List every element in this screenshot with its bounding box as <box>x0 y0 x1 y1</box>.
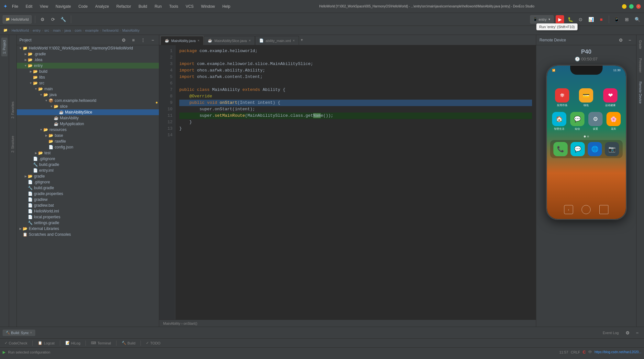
stop-button[interactable]: ■ <box>597 15 605 24</box>
tree-java-folder[interactable]: ▼ 📂 java <box>17 92 159 98</box>
tree-gradlewbat[interactable]: 📄 gradlew.bat <box>17 202 159 208</box>
tree-root[interactable]: ▼ 📁 HelloWorld Y:\002_WorkSpace\005_Harm… <box>17 45 159 51</box>
debug-button[interactable]: 🐛 <box>566 15 574 24</box>
event-log-tab[interactable]: Event Log <box>599 330 622 336</box>
tab-close-xml[interactable]: × <box>293 39 295 42</box>
remote-settings-btn[interactable]: ⚙ <box>617 37 624 43</box>
code-content[interactable]: package com.example.helloworld; import c… <box>175 45 536 320</box>
breadcrumb-com[interactable]: com <box>75 28 82 32</box>
menu-help[interactable]: Help <box>221 4 232 9</box>
tree-gradle2-folder[interactable]: ▶ 📂 gradle <box>17 173 159 179</box>
tree-settingsgradle[interactable]: 🔧 settings.gradle <box>17 220 159 226</box>
tree-gradleprops[interactable]: 📄 gradle.properties <box>17 191 159 197</box>
tree-rawfile-folder[interactable]: 📂 rawfile <box>17 138 159 144</box>
build-tab-codecheck[interactable]: ✓ CodeCheck <box>3 340 29 346</box>
phone-home-btn[interactable] <box>582 205 591 214</box>
breadcrumb-helloworld[interactable]: HelloWorld <box>12 28 29 32</box>
tab-remote-device[interactable]: Remote Device <box>637 79 643 106</box>
breadcrumb-src[interactable]: src <box>44 28 49 32</box>
tree-gitignore1-file[interactable]: 📄 .gitignore <box>17 156 159 162</box>
more-tabs-btn[interactable]: ▼ <box>300 38 304 42</box>
breadcrumb-mainability[interactable]: MainAbility <box>122 28 139 32</box>
breadcrumb-item-0[interactable]: 📁 <box>3 28 8 32</box>
tree-src-folder[interactable]: ▼ 📂 src <box>17 80 159 86</box>
menu-run[interactable]: Run <box>153 4 163 9</box>
tools-icon-btn[interactable]: 🔧 <box>59 15 68 24</box>
build-tab-terminal[interactable]: ⌨ Terminal <box>89 340 113 346</box>
search-btn[interactable]: 🔍 <box>633 15 641 24</box>
profile-button[interactable]: 📊 <box>587 15 595 24</box>
phone-back-btn[interactable]: ‹ <box>564 205 573 214</box>
project-actions-btn[interactable]: ⋮ <box>139 37 147 44</box>
menu-file[interactable]: File <box>11 4 19 9</box>
remote-minimize-btn[interactable]: − <box>627 37 633 43</box>
project-sort-btn[interactable]: ≡ <box>130 37 137 44</box>
menu-navigate[interactable]: Navigate <box>54 4 72 9</box>
menu-view[interactable]: View <box>39 4 50 9</box>
build-minimize-btn[interactable]: − <box>633 329 641 337</box>
menu-refactor[interactable]: Refactor <box>115 4 132 9</box>
tree-slice-folder[interactable]: ▼ 📂 slice <box>17 103 159 109</box>
editor-tab-maslice[interactable]: ☕ MainAbilitySlice.java × <box>204 36 255 45</box>
breadcrumb-example[interactable]: example <box>85 28 99 32</box>
tab-grade[interactable]: Grade <box>637 38 643 52</box>
tree-extlibs[interactable]: ▶ 📂 External Libraries <box>17 226 159 232</box>
build-sync-close[interactable]: × <box>30 331 32 334</box>
tree-test-folder[interactable]: ▶ 📂 test <box>17 150 159 156</box>
build-settings-btn[interactable]: ⚙ <box>623 329 632 337</box>
phone-recents-btn[interactable] <box>599 205 608 214</box>
tree-buildgradle2[interactable]: 🔧 build.gradle <box>17 185 159 191</box>
menu-analyze[interactable]: Analyze <box>94 4 110 9</box>
menu-build[interactable]: Build <box>137 4 149 9</box>
tree-libs-folder[interactable]: 📂 libs <box>17 74 159 80</box>
editor-tab-mainability[interactable]: ☕ MainAbility.java × <box>161 36 204 45</box>
tab-close-mas[interactable]: × <box>249 39 251 42</box>
build-tab-logcat[interactable]: 📋 Logcat <box>36 340 56 346</box>
breadcrumb-helloworld2[interactable]: helloworld <box>103 28 119 32</box>
run-config-selector[interactable]: 📱 entry ▼ <box>530 15 554 24</box>
minimize-button[interactable]: − <box>622 4 627 9</box>
tree-entry-folder[interactable]: ▼ 📂 entry <box>17 63 159 69</box>
close-button[interactable]: × <box>636 4 641 9</box>
build-tab-todo[interactable]: ✓ TODO <box>144 340 162 346</box>
sync-icon-btn[interactable]: ⟳ <box>49 15 57 24</box>
tree-package-folder[interactable]: ▼ 📦 com.example.helloworld <box>17 98 159 103</box>
project-minimize-btn[interactable]: − <box>149 37 156 44</box>
project-selector[interactable]: 📁 HelloWorld <box>3 15 32 24</box>
coverage-button[interactable]: ⊙ <box>576 15 585 24</box>
tree-myapp-file[interactable]: ☕ MyApplication <box>17 121 159 127</box>
tab-structure[interactable]: 2: Structure <box>10 134 16 155</box>
run-button[interactable]: ▶ <box>556 15 564 24</box>
settings-icon-btn[interactable]: ⚙ <box>39 15 47 24</box>
tree-localprops[interactable]: 📄 local.properties <box>17 214 159 220</box>
build-sync-tab[interactable]: 🔨 Build: Sync × <box>3 330 35 336</box>
tree-build-folder[interactable]: ▶ 📂 build <box>17 69 159 74</box>
tree-main-folder[interactable]: ▼ 📂 main <box>17 86 159 92</box>
build-tab-hilog[interactable]: 📝 HiLog <box>63 340 83 346</box>
breadcrumb-java[interactable]: java <box>64 28 71 32</box>
tree-gradlew[interactable]: 📄 gradlew <box>17 197 159 202</box>
tree-buildgradle1-file[interactable]: 🔧 build.gradle <box>17 162 159 168</box>
tab-close-ma[interactable]: × <box>198 39 200 42</box>
tree-config-file[interactable]: 📄 config.json <box>17 144 159 150</box>
breadcrumb-main[interactable]: main <box>53 28 61 32</box>
breadcrumb-entry[interactable]: entry <box>33 28 40 32</box>
tree-helloworldiml[interactable]: 📄 HelloWorld.iml <box>17 208 159 214</box>
tree-gitignore2[interactable]: 📄 .gitignore <box>17 179 159 185</box>
editor-tab-xml[interactable]: 📄 ability_main.xml × <box>255 36 299 45</box>
tree-base-folder[interactable]: ▶ 📂 base <box>17 133 159 138</box>
menu-edit[interactable]: Edit <box>24 4 34 9</box>
tree-gradle-folder[interactable]: ▶ 📂 .gradle <box>17 51 159 57</box>
device-manager-btn[interactable]: 📱 <box>612 15 621 24</box>
tab-previewer[interactable]: Previewer <box>637 56 643 75</box>
maximize-button[interactable]: □ <box>629 4 634 9</box>
layout-btn[interactable]: ⊞ <box>623 15 631 24</box>
tab-favorites[interactable]: 2: Favorites <box>10 100 16 120</box>
tree-idea-folder[interactable]: ▶ 📂 .idea <box>17 57 159 63</box>
tree-mainability-file[interactable]: ☕ MainAbility <box>17 115 159 121</box>
project-settings-btn[interactable]: ⚙ <box>120 37 127 44</box>
menu-code[interactable]: Code <box>77 4 89 9</box>
tree-entryiml-file[interactable]: 📄 entry.iml <box>17 168 159 173</box>
menu-tools[interactable]: Tools <box>168 4 180 9</box>
build-tab-build[interactable]: 🔨 Build <box>120 340 137 346</box>
